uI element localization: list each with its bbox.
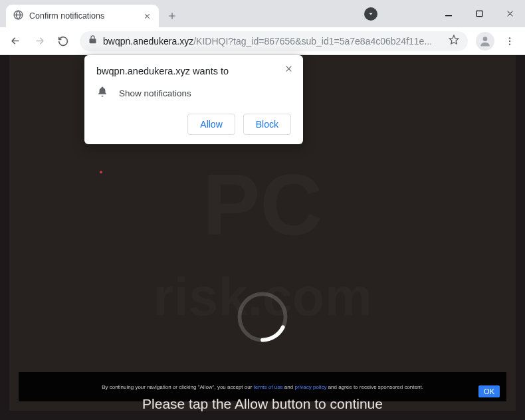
svg-point-6	[509, 43, 510, 45]
kebab-icon	[504, 36, 515, 47]
block-button[interactable]: Block	[243, 114, 291, 135]
url-host: bwqpn.anedukera.xyz	[103, 36, 193, 47]
bell-icon	[96, 86, 108, 100]
loading-spinner	[231, 285, 294, 352]
close-prompt-button[interactable]	[280, 60, 296, 76]
svg-point-3	[483, 37, 488, 41]
decorative-dot	[100, 171, 102, 173]
browser-menu-button[interactable]	[498, 30, 521, 52]
back-button[interactable]	[4, 30, 27, 52]
url-text: bwqpn.anedukera.xyz/KIDHQI?tag_id=867656…	[103, 36, 432, 47]
close-tab-icon[interactable]	[142, 11, 152, 21]
permission-prompt: bwqpn.anedukera.xyz wants to Show notifi…	[84, 55, 303, 144]
fineprint-seg: By continuing your navigation or clickin…	[102, 384, 253, 390]
address-bar[interactable]: bwqpn.anedukera.xyz/KIDHQI?tag_id=867656…	[80, 31, 468, 51]
tab-strip: Confirm notifications	[0, 0, 362, 27]
svg-point-4	[509, 37, 510, 39]
fineprint-seg: and	[283, 384, 295, 390]
svg-rect-1	[445, 15, 452, 16]
maximize-button[interactable]	[464, 3, 494, 25]
privacy-link[interactable]: privacy policy	[294, 384, 326, 390]
browser-titlebar: Confirm notifications	[0, 0, 525, 27]
url-path: /KIDHQI?tag_id=867656&sub_id1=5a7e8a4c06…	[193, 36, 432, 47]
globe-icon	[13, 9, 24, 23]
forward-button[interactable]	[28, 30, 51, 52]
close-window-button[interactable]	[494, 3, 525, 25]
window-controls	[433, 0, 525, 27]
cta-text: Please tap the Allow button to continue	[19, 396, 506, 412]
tab-title: Confirm notifications	[29, 11, 136, 21]
new-tab-button[interactable]	[163, 7, 181, 25]
tab-overview-button[interactable]	[362, 5, 380, 23]
browser-tab[interactable]: Confirm notifications	[6, 5, 159, 27]
bookmark-star-icon[interactable]	[448, 34, 460, 49]
svg-rect-2	[476, 11, 482, 16]
allow-button[interactable]: Allow	[187, 114, 235, 135]
prompt-actions: Allow Block	[96, 114, 291, 135]
person-icon	[478, 35, 492, 48]
permission-label: Show notifications	[119, 88, 191, 98]
fineprint-text: By continuing your navigation or clickin…	[102, 384, 423, 390]
ok-button[interactable]: OK	[478, 385, 500, 397]
fineprint-seg: and agree to receive sponsored content.	[326, 384, 423, 390]
profile-button[interactable]	[476, 32, 494, 51]
prompt-origin: bwqpn.anedukera.xyz wants to	[96, 66, 291, 76]
close-icon	[284, 64, 293, 73]
permission-row: Show notifications	[96, 86, 291, 100]
browser-toolbar: bwqpn.anedukera.xyz/KIDHQI?tag_id=867656…	[0, 27, 525, 55]
caret-down-icon	[364, 7, 377, 21]
padlock-icon	[88, 35, 98, 47]
svg-point-5	[509, 40, 510, 41]
minimize-button[interactable]	[433, 3, 464, 25]
terms-link[interactable]: terms of use	[254, 384, 283, 390]
watermark-text: PC	[203, 155, 323, 255]
reload-button[interactable]	[52, 30, 74, 52]
